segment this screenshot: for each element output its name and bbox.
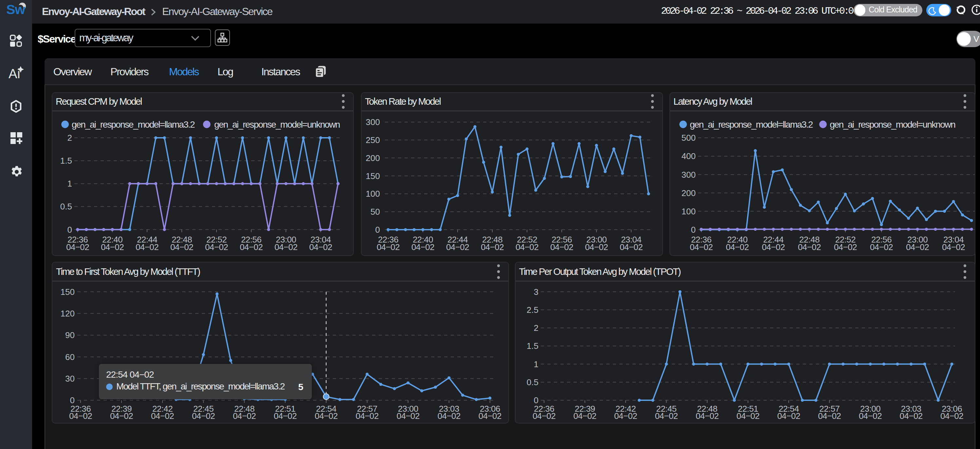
svg-text:200: 200 [682, 188, 696, 198]
svg-text:04−02: 04−02 [205, 242, 228, 252]
svg-text:100: 100 [366, 189, 380, 198]
svg-text:0: 0 [375, 225, 380, 235]
svg-text:04−02: 04−02 [859, 411, 882, 421]
svg-text:gen_ai_response_model=unknown: gen_ai_response_model=unknown [830, 119, 955, 130]
svg-text:Sw: Sw [6, 2, 25, 17]
svg-text:04−02: 04−02 [135, 242, 159, 252]
svg-text:04−02: 04−02 [900, 411, 923, 421]
svg-text:04−02: 04−02 [110, 411, 133, 421]
svg-text:04−02: 04−02 [696, 411, 719, 421]
svg-text:300: 300 [682, 170, 696, 180]
svg-text:04−02: 04−02 [66, 242, 89, 252]
svg-text:04−02: 04−02 [515, 242, 538, 252]
svg-text:04−02: 04−02 [233, 411, 256, 421]
svg-text:04−02: 04−02 [446, 242, 469, 252]
svg-text:04−02: 04−02 [438, 411, 461, 421]
svg-text:04−02: 04−02 [309, 242, 332, 252]
svg-text:04−02: 04−02 [315, 411, 338, 421]
svg-text:1: 1 [67, 179, 72, 189]
svg-text:04−02: 04−02 [101, 242, 124, 252]
svg-text:04−02: 04−02 [240, 242, 262, 252]
svg-text:04−02: 04−02 [574, 411, 597, 421]
svg-text:04−02: 04−02 [151, 411, 174, 421]
svg-text:04−02: 04−02 [940, 411, 963, 421]
svg-text:04−02: 04−02 [69, 411, 92, 421]
svg-text:2.5: 2.5 [527, 305, 538, 315]
svg-text:3: 3 [534, 287, 538, 297]
svg-text:2: 2 [67, 133, 72, 143]
svg-text:04−02: 04−02 [834, 242, 857, 252]
svg-text:04−02: 04−02 [377, 242, 399, 252]
svg-text:04−02: 04−02 [550, 242, 573, 252]
svg-text:04−02: 04−02 [356, 411, 379, 421]
svg-text:04−02: 04−02 [818, 411, 841, 421]
svg-text:04−02: 04−02 [481, 242, 504, 252]
svg-text:gen_ai_response_model=llama3.2: gen_ai_response_model=llama3.2 [72, 119, 195, 130]
svg-text:0.5: 0.5 [60, 201, 72, 211]
svg-text:04−02: 04−02 [762, 242, 785, 252]
svg-text:gen_ai_response_model=unknown: gen_ai_response_model=unknown [214, 119, 340, 130]
svg-text:04−02: 04−02 [585, 242, 608, 252]
svg-text:200: 200 [366, 153, 380, 163]
svg-text:50: 50 [371, 207, 380, 217]
svg-text:100: 100 [682, 206, 696, 216]
svg-text:04−02: 04−02 [690, 242, 713, 252]
svg-text:1.5: 1.5 [60, 156, 72, 166]
svg-text:04−02: 04−02 [614, 411, 637, 421]
svg-text:04−02: 04−02 [533, 411, 555, 421]
svg-text:04−02: 04−02 [726, 242, 749, 252]
svg-text:04−02: 04−02 [870, 242, 893, 252]
svg-text:150: 150 [60, 287, 75, 297]
svg-text:1.5: 1.5 [527, 341, 538, 351]
svg-text:04−02: 04−02 [737, 411, 760, 421]
svg-text:500: 500 [682, 133, 696, 143]
svg-text:04−02: 04−02 [906, 242, 929, 252]
svg-text:04−02: 04−02 [170, 242, 193, 252]
svg-text:04−02: 04−02 [479, 411, 501, 421]
svg-text:04−02: 04−02 [777, 411, 800, 421]
svg-text:Ai: Ai [8, 67, 20, 81]
svg-text:0: 0 [67, 225, 72, 235]
svg-text:04−02: 04−02 [798, 242, 821, 252]
svg-text:04−02: 04−02 [942, 242, 965, 252]
svg-text:04−02: 04−02 [192, 411, 215, 421]
svg-text:1: 1 [534, 359, 538, 369]
svg-text:04−02: 04−02 [397, 411, 420, 421]
svg-text:400: 400 [682, 151, 696, 161]
svg-text:04−02: 04−02 [274, 411, 297, 421]
svg-text:0: 0 [691, 225, 696, 235]
svg-text:gen_ai_response_model=llama3.2: gen_ai_response_model=llama3.2 [690, 119, 813, 130]
svg-text:04−02: 04−02 [411, 242, 434, 252]
svg-text:120: 120 [60, 309, 75, 319]
svg-text:60: 60 [65, 352, 75, 362]
svg-text:30: 30 [65, 374, 75, 384]
svg-text:300: 300 [366, 117, 380, 127]
svg-text:90: 90 [65, 330, 75, 340]
svg-text:04−02: 04−02 [274, 242, 298, 252]
svg-text:2: 2 [534, 323, 538, 333]
svg-text:250: 250 [366, 135, 380, 145]
svg-text:04−02: 04−02 [655, 411, 678, 421]
svg-text:04−02: 04−02 [620, 242, 643, 252]
svg-text:150: 150 [366, 171, 380, 181]
svg-text:0.5: 0.5 [527, 377, 538, 387]
